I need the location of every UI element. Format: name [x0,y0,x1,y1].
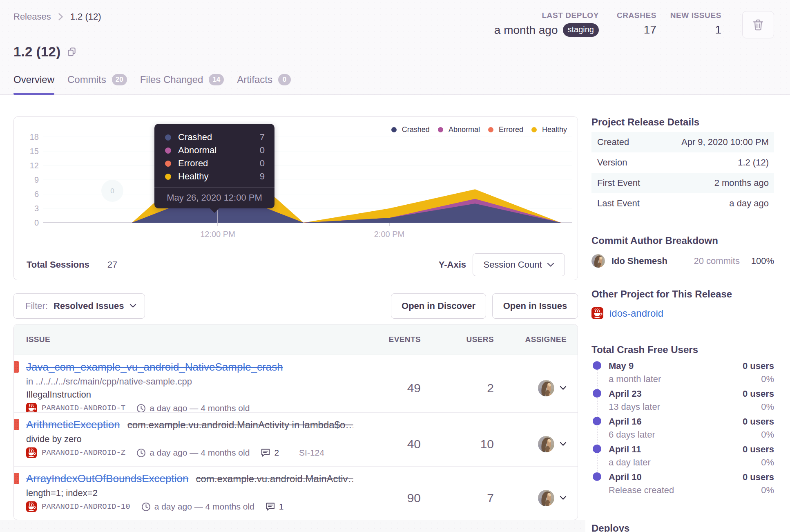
project-icon [26,447,37,458]
tooltip-divider [154,187,274,188]
header-stats: LAST DEPLOY a month ago staging CRASHES … [0,11,790,40]
stat-label: NEW ISSUES [670,11,721,20]
timeline-date: April 11 [609,444,651,455]
issue-users-count: 10 [421,417,494,471]
clock-icon [136,448,146,458]
issue-title-link[interactable]: Java_com_example_vu_android_NativeSample… [26,361,283,373]
issue-row: ArrayIndexOutOfBoundsExceptioncom.exampl… [14,466,578,520]
issue-culprit: com.example.vu.android.MainActiv… [196,473,353,484]
tab[interactable]: Files Changed 14 [140,74,224,94]
detail-value: 1.2 (12) [738,157,769,168]
issue-age: a day ago — 4 months old [154,502,254,512]
other-project-row: idos-android [591,307,774,319]
copy-icon[interactable] [67,47,76,57]
timeline-date: April 23 [609,389,660,399]
issues-filter-row: Filter: Resolved Issues Open in Discover… [13,293,578,319]
yaxis-select[interactable]: Session Count [473,253,565,276]
sessions-area-chart[interactable]: 181512963012:00 PM2:00 PM0 [14,117,578,249]
chevron-down-icon[interactable] [560,440,567,448]
sessions-chart-panel: 181512963012:00 PM2:00 PM0 Crashed Abnor… [13,116,578,280]
release-detail-row: Created Apr 9, 2020 10:00 PM [591,132,774,152]
tab[interactable]: Artifacts 0 [237,74,291,94]
tab-label: Files Changed [140,74,203,85]
timeline-percent: 0% [743,485,774,496]
issue-culprit: com.example.vu.android.MainActivity in l… [127,419,353,430]
yaxis-label: Y-Axis [439,259,466,270]
project-icon [591,307,603,319]
assignee-avatar [538,436,554,452]
svg-text:3: 3 [34,204,39,213]
chevron-down-icon [547,262,554,267]
assignee-avatar [538,380,554,396]
release-details-heading: Project Release Details [591,116,774,128]
svg-text:9: 9 [34,175,39,184]
issue-short-id: PARANOID-ANDROID-T [42,404,125,412]
timeline-users: 0 users [743,361,774,371]
issue-age: a day ago — 4 months old [150,448,250,458]
legend-dot-icon [488,127,493,132]
release-detail-row: First Event 2 months ago [591,173,774,193]
issue-location: in ../../../../src/main/cpp/native-sampl… [26,375,353,388]
tab[interactable]: Commits 20 [67,74,127,94]
page-header: Releases 1.2 (12) 1.2 (12) LAST DEPLOY a… [0,0,790,95]
open-in-discover-button[interactable]: Open in Discover [391,293,486,319]
chevron-down-icon[interactable] [560,494,567,502]
svg-text:15: 15 [30,147,39,156]
release-details-table: Created Apr 9, 2020 10:00 PM Version 1.2… [591,132,774,214]
detail-value: 2 months ago [714,178,769,188]
detail-value: Apr 9, 2020 10:00 PM [681,137,769,148]
tab-badge: 20 [112,74,127,85]
svg-text:12:00 PM: 12:00 PM [200,230,235,239]
chevron-down-icon[interactable] [560,384,567,392]
detail-label: First Event [597,178,640,188]
issue-title-link[interactable]: ArithmeticException [26,418,120,431]
tab-bar: Overview Commits 20 Files Changed 14 Art… [13,74,304,94]
timeline-users: 0 users [743,472,774,483]
comment-icon [261,448,270,457]
tooltip-series-name: Crashed [178,132,260,143]
legend-item[interactable]: Crashed [391,125,430,134]
column-header-events: EVENTS [362,335,421,344]
legend-item[interactable]: Healthy [531,125,567,134]
svg-text:18: 18 [30,132,39,141]
timeline-entry: April 10 Release created 0 users 0% [591,472,774,500]
open-in-issues-button[interactable]: Open in Issues [492,293,578,319]
detail-label: Version [597,157,627,168]
stat-label: LAST DEPLOY [494,11,599,20]
timeline-users: 0 users [743,444,774,455]
issues-filter-select[interactable]: Filter: Resolved Issues [13,293,145,319]
unresolved-indicator-bar [14,419,19,430]
other-project-link[interactable]: idos-android [609,308,663,319]
tab[interactable]: Overview [13,74,54,94]
header-stat: LAST DEPLOY a month ago staging [494,11,599,37]
other-project-heading: Other Project for This Release [591,288,774,300]
legend-item[interactable]: Errored [488,125,523,134]
project-icon [26,403,37,412]
issues-table-header: ISSUE EVENTS USERS ASSIGNEE [14,324,578,355]
issue-title-link[interactable]: ArrayIndexOutOfBoundsException [26,472,188,485]
crash-free-timeline: May 9 a month later 0 users 0% April 23 … [591,361,774,500]
timeline-entry: April 16 6 days later 0 users 0% [591,416,774,444]
timeline-entry: May 9 a month later 0 users 0% [591,361,774,389]
column-header-assignee: ASSIGNEE [494,335,567,344]
legend-item[interactable]: Abnormal [438,125,480,134]
issue-message: divide by zero [26,433,353,446]
issue-events-count: 90 [362,471,421,520]
comment-count: 1 [279,502,284,512]
issues-table: ISSUE EVENTS USERS ASSIGNEE Java_com_exa… [13,324,578,520]
timeline-sublabel: 13 days later [609,402,660,412]
delete-release-button[interactable] [742,11,774,38]
chart-tooltip: Crashed 7 Abnormal 0 Errored 0 H [154,124,274,208]
timeline-dot-icon [593,445,601,453]
issue-assignee-cell[interactable] [494,471,567,520]
comment-count: 2 [274,448,279,458]
issue-assignee-cell[interactable] [494,417,567,471]
issue-assignee-cell[interactable] [494,360,567,417]
legend-label: Crashed [402,125,430,134]
annotation-id[interactable]: SI-124 [299,448,324,458]
page-title: 1.2 (12) [13,44,60,60]
commit-author-row: Ido Shemesh 20 commits 100% [591,254,774,268]
detail-value: a day ago [729,198,769,209]
timeline-percent: 0% [743,402,774,412]
timeline-sublabel: 6 days later [609,429,655,440]
